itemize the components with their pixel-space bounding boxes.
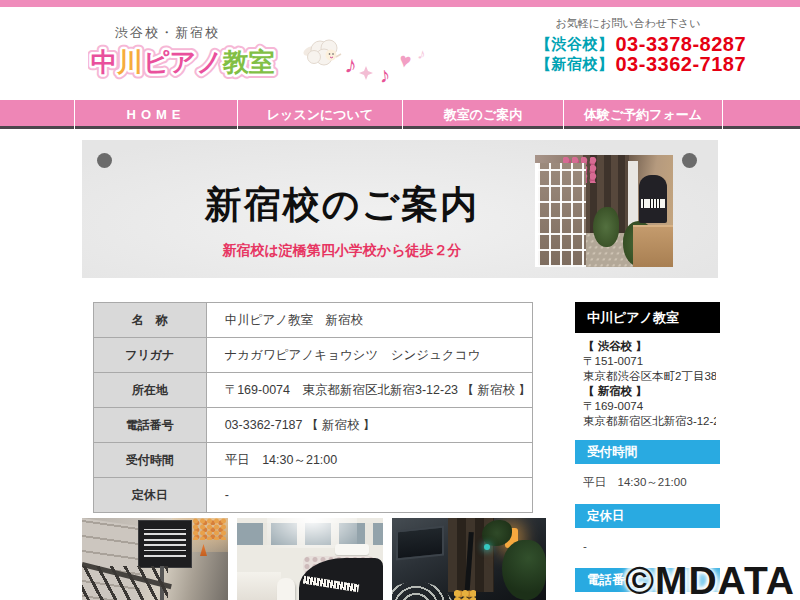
table-row: 定休日-: [94, 478, 533, 513]
row-label: 名 称: [94, 303, 207, 338]
sidebar-title: 中川ピアノ教室: [575, 302, 720, 333]
banner: 新宿校のご案内 新宿校は淀橋第四小学校から徒歩２分: [82, 140, 718, 278]
table-row: 所在地〒169-0074 東京都新宿区北新宿3-12-23 【 新宿校 】: [94, 373, 533, 408]
nav-item-3[interactable]: 教室のご案内: [402, 100, 563, 129]
row-label: 受付時間: [94, 443, 207, 478]
phone-line: 【新宿校】03-3362-7187: [536, 54, 720, 74]
sidebar-address: 東京都渋谷区本町2丁目38-7: [583, 369, 716, 384]
sheep-mascot-graphic: ♪ ♪ ♥ ♪: [300, 30, 435, 86]
row-value: -: [206, 478, 532, 513]
site-logo[interactable]: 中川ピアノ教室 中川ピアノ教室 中川ピアノ教室: [88, 40, 288, 84]
top-accent-bar: [0, 0, 800, 7]
autumn-leaves: [192, 518, 226, 540]
photo-street-signboard: [82, 518, 228, 600]
page-title: 新宿校のご案内: [112, 180, 572, 230]
watermark: ©MDATA: [625, 559, 795, 600]
sidebar-section-body: -: [575, 528, 720, 562]
white-gate: [535, 163, 586, 267]
garden-table: [392, 582, 454, 600]
svg-text:中川ピアノ教室: 中川ピアノ教室: [91, 47, 275, 77]
photo-entrance-evening: [392, 518, 546, 600]
sidebar-postal-code: 〒151-0071: [583, 354, 716, 369]
phone-number: 03-3378-8287: [616, 34, 747, 54]
music-note-icon: ♪: [343, 50, 359, 78]
music-note-icon: ♪: [416, 44, 427, 62]
sidebar-section-heading: 受付時間: [575, 440, 720, 464]
contact-note: お気軽にお問い合わせ下さい: [536, 16, 720, 31]
piano-keys: [303, 576, 360, 593]
row-value: 〒169-0074 東京都新宿区北新宿3-12-23 【 新宿校 】: [206, 373, 532, 408]
sidebar-school-name: 【 新宿校 】: [583, 384, 716, 399]
entrance-photo: [535, 155, 673, 267]
table-row: 受付時間平日 14:30～21:00: [94, 443, 533, 478]
table-row: フリガナナカガワピアノキョウシツ シンジュクコウ: [94, 338, 533, 373]
sheep-icon: [302, 40, 341, 65]
row-value: 03-3362-7187 【 新宿校 】: [206, 408, 532, 443]
phone-numbers: 【渋谷校】03-3378-8287【新宿校】03-3362-7187: [536, 34, 720, 74]
sidebar-address-block: 【 渋谷校 】〒151-0071東京都渋谷区本町2丁目38-7【 新宿校 】〒1…: [575, 333, 720, 434]
nav-item-2[interactable]: レッスンについて: [237, 100, 402, 129]
air-conditioner: [335, 544, 369, 555]
sidebar-school-name: 【 渋谷校 】: [583, 339, 716, 354]
row-label: 定休日: [94, 478, 207, 513]
row-label: 電話番号: [94, 408, 207, 443]
entrance-stone-wall: [633, 225, 673, 267]
decor-dot-left-icon: [97, 153, 112, 168]
sidebar-section-line: 平日 14:30～21:00: [583, 475, 716, 490]
table-row: 名 称中川ピアノ教室 新宿校: [94, 303, 533, 338]
row-value: ナカガワピアノキョウシツ シンジュクコウ: [206, 338, 532, 373]
main-nav: HOMEレッスンについて教室のご案内体験ご予約フォーム: [0, 100, 800, 129]
row-label: フリガナ: [94, 338, 207, 373]
sidebar-section-line: -: [583, 539, 716, 554]
row-label: 所在地: [94, 373, 207, 408]
sidebar-postal-code: 〒169-0074: [583, 399, 716, 414]
sidebar: 中川ピアノ教室 【 渋谷校 】〒151-0071東京都渋谷区本町2丁目38-7【…: [575, 302, 720, 600]
phone-school-label: 【新宿校】: [536, 54, 614, 74]
phone-line: 【渋谷校】03-3378-8287: [536, 34, 720, 54]
school-info-table: 名 称中川ピアノ教室 新宿校フリガナナカガワピアノキョウシツ シンジュクコウ所在…: [93, 302, 533, 513]
sidebar-address: 東京都新宿区北新宿3-12-23: [583, 414, 716, 429]
header-contact-block: お気軽にお問い合わせ下さい 【渋谷校】03-3378-8287【新宿校】03-3…: [536, 16, 720, 74]
school-signboard: [138, 520, 192, 568]
page-subtitle: 新宿校は淀橋第四小学校から徒歩２分: [112, 242, 572, 260]
row-value: 平日 14:30～21:00: [206, 443, 532, 478]
sparkle-icon: [359, 66, 373, 80]
phone-school-label: 【渋谷校】: [536, 34, 614, 54]
sheep-and-notes-illustration: ♪ ♪ ♥ ♪: [300, 30, 435, 86]
row-value: 中川ピアノ教室 新宿校: [206, 303, 532, 338]
page: 渋谷校・新宿校 中川ピアノ教室 中川ピアノ教室 中川ピアノ教室: [0, 0, 800, 600]
music-note-icon: ♪: [378, 62, 392, 86]
nav-item-1[interactable]: HOME: [74, 100, 237, 129]
nav-item-4[interactable]: 体験ご予約フォーム: [563, 100, 723, 129]
photo-piano-room: [237, 518, 383, 600]
sidebar-section-heading: 定休日: [575, 504, 720, 528]
piano-mailbox: [639, 175, 667, 223]
sidebar-section-body: 平日 14:30～21:00: [575, 464, 720, 498]
heart-icon: ♥: [397, 48, 413, 72]
entrance-plant: [593, 207, 619, 247]
piano-keys-decor: [641, 199, 665, 208]
table-row: 電話番号03-3362-7187 【 新宿校 】: [94, 408, 533, 443]
decor-dot-right-icon: [682, 153, 697, 168]
phone-number: 03-3362-7187: [616, 54, 747, 74]
